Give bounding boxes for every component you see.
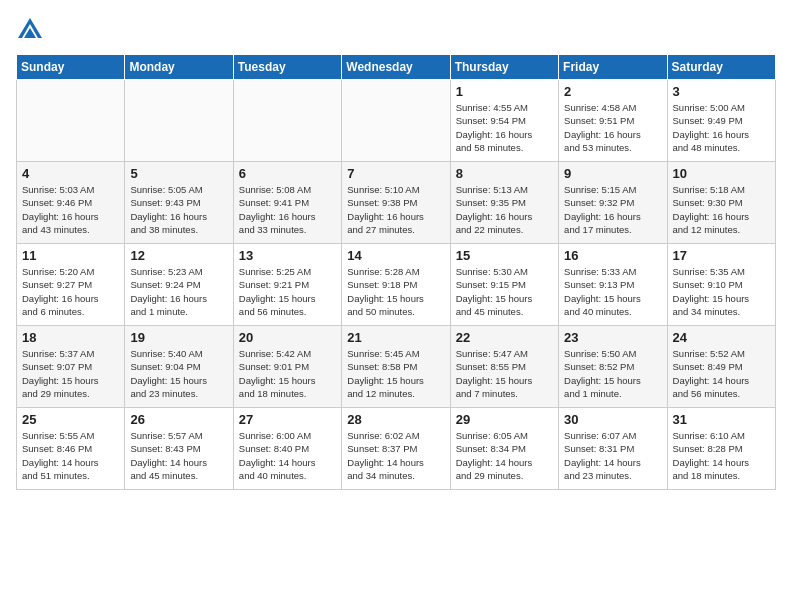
calendar-cell: 27Sunrise: 6:00 AM Sunset: 8:40 PM Dayli… [233, 408, 341, 490]
calendar-cell: 5Sunrise: 5:05 AM Sunset: 9:43 PM Daylig… [125, 162, 233, 244]
day-number: 20 [239, 330, 336, 345]
day-info: Sunrise: 5:30 AM Sunset: 9:15 PM Dayligh… [456, 265, 553, 318]
day-number: 22 [456, 330, 553, 345]
day-info: Sunrise: 5:55 AM Sunset: 8:46 PM Dayligh… [22, 429, 119, 482]
day-info: Sunrise: 5:57 AM Sunset: 8:43 PM Dayligh… [130, 429, 227, 482]
calendar-cell: 17Sunrise: 5:35 AM Sunset: 9:10 PM Dayli… [667, 244, 775, 326]
day-number: 15 [456, 248, 553, 263]
logo [16, 16, 48, 44]
logo-icon [16, 16, 44, 44]
calendar-cell: 18Sunrise: 5:37 AM Sunset: 9:07 PM Dayli… [17, 326, 125, 408]
day-number: 14 [347, 248, 444, 263]
calendar-cell: 7Sunrise: 5:10 AM Sunset: 9:38 PM Daylig… [342, 162, 450, 244]
calendar-cell [233, 80, 341, 162]
calendar-cell: 6Sunrise: 5:08 AM Sunset: 9:41 PM Daylig… [233, 162, 341, 244]
day-number: 16 [564, 248, 661, 263]
calendar-cell: 11Sunrise: 5:20 AM Sunset: 9:27 PM Dayli… [17, 244, 125, 326]
calendar-cell: 30Sunrise: 6:07 AM Sunset: 8:31 PM Dayli… [559, 408, 667, 490]
day-info: Sunrise: 5:50 AM Sunset: 8:52 PM Dayligh… [564, 347, 661, 400]
calendar-cell [342, 80, 450, 162]
day-info: Sunrise: 5:03 AM Sunset: 9:46 PM Dayligh… [22, 183, 119, 236]
day-info: Sunrise: 6:02 AM Sunset: 8:37 PM Dayligh… [347, 429, 444, 482]
day-info: Sunrise: 5:15 AM Sunset: 9:32 PM Dayligh… [564, 183, 661, 236]
day-number: 2 [564, 84, 661, 99]
day-info: Sunrise: 4:55 AM Sunset: 9:54 PM Dayligh… [456, 101, 553, 154]
header [16, 16, 776, 44]
day-number: 13 [239, 248, 336, 263]
header-sunday: Sunday [17, 55, 125, 80]
calendar-cell: 14Sunrise: 5:28 AM Sunset: 9:18 PM Dayli… [342, 244, 450, 326]
day-number: 26 [130, 412, 227, 427]
calendar-cell: 8Sunrise: 5:13 AM Sunset: 9:35 PM Daylig… [450, 162, 558, 244]
day-info: Sunrise: 5:20 AM Sunset: 9:27 PM Dayligh… [22, 265, 119, 318]
day-info: Sunrise: 5:42 AM Sunset: 9:01 PM Dayligh… [239, 347, 336, 400]
page: SundayMondayTuesdayWednesdayThursdayFrid… [0, 0, 792, 612]
day-number: 21 [347, 330, 444, 345]
header-thursday: Thursday [450, 55, 558, 80]
calendar-cell: 25Sunrise: 5:55 AM Sunset: 8:46 PM Dayli… [17, 408, 125, 490]
calendar-cell: 13Sunrise: 5:25 AM Sunset: 9:21 PM Dayli… [233, 244, 341, 326]
calendar-cell: 20Sunrise: 5:42 AM Sunset: 9:01 PM Dayli… [233, 326, 341, 408]
day-info: Sunrise: 5:08 AM Sunset: 9:41 PM Dayligh… [239, 183, 336, 236]
day-number: 29 [456, 412, 553, 427]
calendar-cell: 26Sunrise: 5:57 AM Sunset: 8:43 PM Dayli… [125, 408, 233, 490]
week-row-3: 18Sunrise: 5:37 AM Sunset: 9:07 PM Dayli… [17, 326, 776, 408]
day-number: 6 [239, 166, 336, 181]
calendar-cell: 23Sunrise: 5:50 AM Sunset: 8:52 PM Dayli… [559, 326, 667, 408]
day-info: Sunrise: 5:13 AM Sunset: 9:35 PM Dayligh… [456, 183, 553, 236]
header-friday: Friday [559, 55, 667, 80]
calendar-cell: 3Sunrise: 5:00 AM Sunset: 9:49 PM Daylig… [667, 80, 775, 162]
day-number: 27 [239, 412, 336, 427]
calendar-cell: 15Sunrise: 5:30 AM Sunset: 9:15 PM Dayli… [450, 244, 558, 326]
week-row-2: 11Sunrise: 5:20 AM Sunset: 9:27 PM Dayli… [17, 244, 776, 326]
day-number: 8 [456, 166, 553, 181]
day-number: 23 [564, 330, 661, 345]
header-monday: Monday [125, 55, 233, 80]
calendar-cell: 1Sunrise: 4:55 AM Sunset: 9:54 PM Daylig… [450, 80, 558, 162]
day-info: Sunrise: 5:05 AM Sunset: 9:43 PM Dayligh… [130, 183, 227, 236]
calendar-table: SundayMondayTuesdayWednesdayThursdayFrid… [16, 54, 776, 490]
day-info: Sunrise: 5:45 AM Sunset: 8:58 PM Dayligh… [347, 347, 444, 400]
day-number: 25 [22, 412, 119, 427]
day-info: Sunrise: 5:47 AM Sunset: 8:55 PM Dayligh… [456, 347, 553, 400]
calendar-cell: 19Sunrise: 5:40 AM Sunset: 9:04 PM Dayli… [125, 326, 233, 408]
day-info: Sunrise: 5:28 AM Sunset: 9:18 PM Dayligh… [347, 265, 444, 318]
day-number: 1 [456, 84, 553, 99]
calendar-cell [125, 80, 233, 162]
day-number: 3 [673, 84, 770, 99]
day-number: 18 [22, 330, 119, 345]
calendar-cell: 24Sunrise: 5:52 AM Sunset: 8:49 PM Dayli… [667, 326, 775, 408]
calendar-cell: 4Sunrise: 5:03 AM Sunset: 9:46 PM Daylig… [17, 162, 125, 244]
day-info: Sunrise: 5:10 AM Sunset: 9:38 PM Dayligh… [347, 183, 444, 236]
day-number: 17 [673, 248, 770, 263]
day-number: 7 [347, 166, 444, 181]
day-number: 5 [130, 166, 227, 181]
day-info: Sunrise: 5:23 AM Sunset: 9:24 PM Dayligh… [130, 265, 227, 318]
day-info: Sunrise: 5:18 AM Sunset: 9:30 PM Dayligh… [673, 183, 770, 236]
calendar-cell: 12Sunrise: 5:23 AM Sunset: 9:24 PM Dayli… [125, 244, 233, 326]
day-info: Sunrise: 6:05 AM Sunset: 8:34 PM Dayligh… [456, 429, 553, 482]
day-info: Sunrise: 5:35 AM Sunset: 9:10 PM Dayligh… [673, 265, 770, 318]
calendar-cell: 31Sunrise: 6:10 AM Sunset: 8:28 PM Dayli… [667, 408, 775, 490]
day-info: Sunrise: 5:25 AM Sunset: 9:21 PM Dayligh… [239, 265, 336, 318]
header-saturday: Saturday [667, 55, 775, 80]
calendar-cell: 28Sunrise: 6:02 AM Sunset: 8:37 PM Dayli… [342, 408, 450, 490]
day-info: Sunrise: 6:07 AM Sunset: 8:31 PM Dayligh… [564, 429, 661, 482]
calendar-cell [17, 80, 125, 162]
day-info: Sunrise: 5:37 AM Sunset: 9:07 PM Dayligh… [22, 347, 119, 400]
day-info: Sunrise: 6:00 AM Sunset: 8:40 PM Dayligh… [239, 429, 336, 482]
day-number: 9 [564, 166, 661, 181]
calendar-cell: 10Sunrise: 5:18 AM Sunset: 9:30 PM Dayli… [667, 162, 775, 244]
day-info: Sunrise: 5:33 AM Sunset: 9:13 PM Dayligh… [564, 265, 661, 318]
calendar-cell: 29Sunrise: 6:05 AM Sunset: 8:34 PM Dayli… [450, 408, 558, 490]
day-number: 31 [673, 412, 770, 427]
header-row: SundayMondayTuesdayWednesdayThursdayFrid… [17, 55, 776, 80]
calendar-cell: 16Sunrise: 5:33 AM Sunset: 9:13 PM Dayli… [559, 244, 667, 326]
calendar-cell: 21Sunrise: 5:45 AM Sunset: 8:58 PM Dayli… [342, 326, 450, 408]
week-row-0: 1Sunrise: 4:55 AM Sunset: 9:54 PM Daylig… [17, 80, 776, 162]
day-info: Sunrise: 6:10 AM Sunset: 8:28 PM Dayligh… [673, 429, 770, 482]
day-number: 11 [22, 248, 119, 263]
day-number: 10 [673, 166, 770, 181]
day-number: 19 [130, 330, 227, 345]
day-number: 24 [673, 330, 770, 345]
